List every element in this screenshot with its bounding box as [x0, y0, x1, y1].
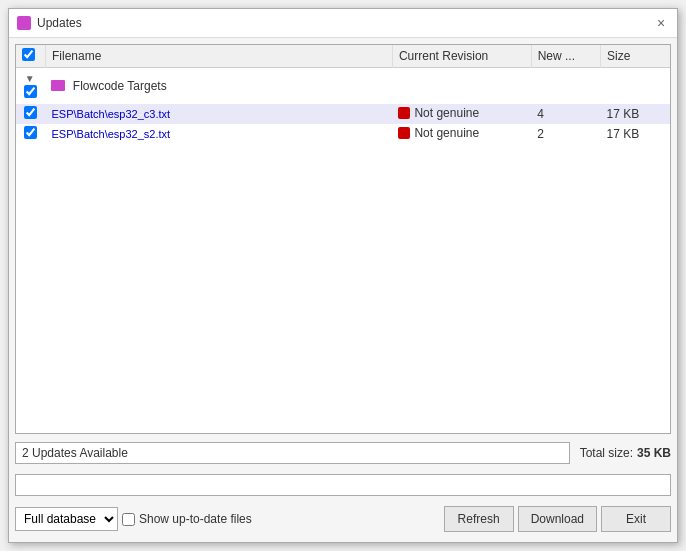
- button-bar: Full database Show up-to-date files Refr…: [15, 502, 671, 536]
- table-header-row: Filename Current Revision New ... Size: [16, 45, 670, 68]
- refresh-button[interactable]: Refresh: [444, 506, 514, 532]
- updates-available-text: 2 Updates Available: [22, 446, 128, 460]
- close-button[interactable]: ×: [653, 15, 669, 31]
- row2-checkbox[interactable]: [24, 126, 37, 139]
- bottom-bar: 2 Updates Available Total size: 35 KB: [15, 438, 671, 468]
- row1-size: 17 KB: [601, 104, 670, 124]
- header-checkbox-cell: [16, 45, 45, 68]
- file-tree-table: Filename Current Revision New ... Size ▼: [16, 45, 670, 144]
- header-revision: Current Revision: [392, 45, 531, 68]
- row2-status-badge: Not genuine: [398, 126, 479, 140]
- group-checkbox[interactable]: [24, 85, 37, 98]
- row2-new-revision: 2: [531, 124, 600, 144]
- header-filename: Filename: [45, 45, 392, 68]
- show-uptodate-checkbox[interactable]: [122, 513, 135, 526]
- download-button[interactable]: Download: [518, 506, 597, 532]
- group-folder-cell: Flowcode Targets: [45, 68, 670, 105]
- updates-available-box: 2 Updates Available: [15, 442, 570, 464]
- row1-new-revision: 4: [531, 104, 600, 124]
- title-bar-left: Updates: [17, 16, 82, 30]
- folder-icon: [51, 80, 65, 91]
- select-all-checkbox[interactable]: [22, 48, 35, 61]
- row1-checkbox-cell: [16, 104, 45, 124]
- exit-button[interactable]: Exit: [601, 506, 671, 532]
- total-size-value: 35 KB: [637, 446, 671, 460]
- window-title: Updates: [37, 16, 82, 30]
- row1-status-badge: Not genuine: [398, 106, 479, 120]
- main-content: Filename Current Revision New ... Size ▼: [9, 38, 677, 542]
- title-bar: Updates ×: [9, 9, 677, 38]
- row1-status: Not genuine: [392, 104, 531, 124]
- table-row-group: ▼ Flowcode Targets: [16, 68, 670, 105]
- collapse-icon[interactable]: ▼: [25, 73, 35, 84]
- row1-status-text: Not genuine: [414, 106, 479, 120]
- row1-checkbox[interactable]: [24, 106, 37, 119]
- row2-size: 17 KB: [601, 124, 670, 144]
- updates-window: Updates × Filename Current Revision New …: [8, 8, 678, 543]
- row2-checkbox-cell: [16, 124, 45, 144]
- window-icon: [17, 16, 31, 30]
- header-new: New ...: [531, 45, 600, 68]
- file-tree-container: Filename Current Revision New ... Size ▼: [15, 44, 671, 434]
- total-size-label: Total size:: [580, 446, 633, 460]
- table-row: ESP\Batch\esp32_s2.txt Not genuine 2 17 …: [16, 124, 670, 144]
- table-row: ESP\Batch\esp32_c3.txt Not genuine 4 17 …: [16, 104, 670, 124]
- row2-status-text: Not genuine: [414, 126, 479, 140]
- group-checkbox-cell: ▼: [16, 68, 45, 105]
- header-size: Size: [601, 45, 670, 68]
- search-input[interactable]: [15, 474, 671, 496]
- row2-status-dot: [398, 127, 410, 139]
- row2-filename: ESP\Batch\esp32_s2.txt: [45, 124, 392, 144]
- row1-status-dot: [398, 107, 410, 119]
- row1-filename: ESP\Batch\esp32_c3.txt: [45, 104, 392, 124]
- group-name: Flowcode Targets: [73, 79, 167, 93]
- database-dropdown[interactable]: Full database: [15, 507, 118, 531]
- row2-status: Not genuine: [392, 124, 531, 144]
- show-uptodate-label[interactable]: Show up-to-date files: [122, 512, 252, 526]
- show-uptodate-text: Show up-to-date files: [139, 512, 252, 526]
- filter-bar: [15, 472, 671, 498]
